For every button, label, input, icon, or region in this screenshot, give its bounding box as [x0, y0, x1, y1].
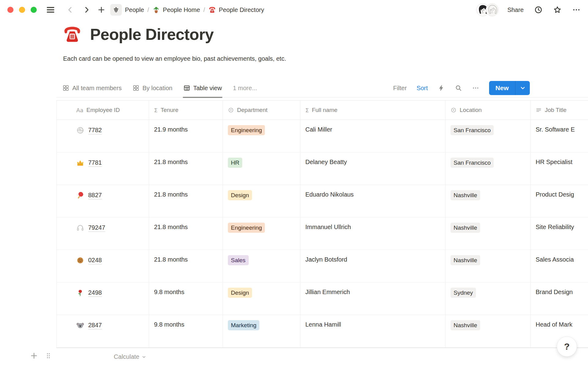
- full-name-cell[interactable]: Cali Miller: [300, 120, 446, 152]
- collaborator-avatars[interactable]: [477, 4, 498, 16]
- tenure-cell[interactable]: 21.8 months: [149, 185, 223, 217]
- location-cell[interactable]: Sydney: [446, 282, 531, 315]
- employee-id-link[interactable]: 2498: [88, 289, 102, 297]
- add-row-plus-icon[interactable]: [30, 352, 38, 360]
- department-cell[interactable]: Design: [223, 282, 300, 315]
- sidebar-menu-icon[interactable]: [46, 5, 55, 14]
- department-cell[interactable]: Engineering: [223, 120, 300, 152]
- view-tab-all-team-members[interactable]: All team members: [62, 79, 122, 98]
- more-options-icon[interactable]: [572, 6, 581, 14]
- more-views-button[interactable]: 1 more...: [233, 85, 257, 92]
- employee-id-cell[interactable]: 79247: [57, 217, 149, 250]
- favorite-star-icon[interactable]: [553, 6, 562, 14]
- employee-id-cell[interactable]: 8827: [57, 185, 149, 217]
- forward-icon[interactable]: [83, 6, 91, 14]
- calculate-button[interactable]: Calculate: [56, 353, 146, 360]
- help-button[interactable]: ?: [557, 336, 577, 357]
- rose-emoji-icon: [76, 289, 84, 297]
- employee-id-link[interactable]: 2847: [88, 321, 102, 329]
- location-cell[interactable]: San Francisco: [446, 120, 531, 152]
- job-title-cell[interactable]: Brand Design: [531, 282, 588, 315]
- column-header-full-name[interactable]: ΣFull name: [300, 101, 446, 120]
- breadcrumb-item-people-directory[interactable]: People Directory: [209, 6, 264, 13]
- full-name-cell[interactable]: Jaclyn Botsford: [300, 250, 446, 282]
- employee-id-link[interactable]: 8827: [88, 191, 102, 199]
- minimize-button[interactable]: [19, 7, 25, 13]
- location-cell[interactable]: Nashville: [446, 185, 531, 217]
- view-tab-label: All team members: [72, 85, 122, 92]
- new-dropdown-chevron-icon[interactable]: [515, 81, 530, 95]
- zoom-button[interactable]: [31, 7, 37, 13]
- table-row: 882721.8 monthsDesignEduardo NikolausNas…: [57, 185, 588, 217]
- updates-clock-icon[interactable]: [534, 6, 543, 14]
- drag-handle-icon[interactable]: [45, 352, 52, 359]
- department-cell[interactable]: Marketing: [223, 315, 300, 347]
- collaborator-avatar[interactable]: [486, 4, 498, 16]
- tenure-cell[interactable]: 21.9 months: [149, 120, 223, 152]
- full-name-cell[interactable]: Delaney Beatty: [300, 152, 446, 185]
- location-cell[interactable]: San Francisco: [446, 152, 531, 185]
- close-button[interactable]: [7, 7, 13, 13]
- tenure-cell[interactable]: 21.8 months: [149, 250, 223, 282]
- tenure-cell[interactable]: 9.8 months: [149, 282, 223, 315]
- tenure-cell[interactable]: 21.8 months: [149, 152, 223, 185]
- property-type-title-icon: Aa: [76, 107, 83, 113]
- location-cell[interactable]: Nashville: [446, 250, 531, 282]
- department-cell[interactable]: HR: [223, 152, 300, 185]
- job-title-cell[interactable]: Sr. Software E: [531, 120, 588, 152]
- red-telephone-page-icon[interactable]: [62, 25, 82, 44]
- full-name-cell[interactable]: Jillian Emmerich: [300, 282, 446, 315]
- location-cell[interactable]: Nashville: [446, 315, 531, 347]
- employee-id-cell[interactable]: 2498: [57, 282, 149, 315]
- people-table: AaEmployee IDΣTenureDepartmentΣFull name…: [56, 100, 588, 347]
- full-name-cell[interactable]: Eduardo Nikolaus: [300, 185, 446, 217]
- breadcrumb-item-people[interactable]: People: [110, 4, 144, 16]
- filter-button[interactable]: Filter: [393, 85, 407, 92]
- automations-lightning-icon[interactable]: [438, 84, 445, 92]
- table-view-icon: [183, 85, 190, 91]
- share-button[interactable]: Share: [507, 6, 524, 13]
- column-header-department[interactable]: Department: [223, 101, 300, 120]
- employee-id-link[interactable]: 7782: [88, 126, 102, 134]
- view-tab-label: Table view: [193, 85, 222, 92]
- new-page-icon[interactable]: [97, 6, 105, 14]
- view-tab-table-view[interactable]: Table view: [183, 79, 222, 98]
- sort-button[interactable]: Sort: [417, 85, 428, 92]
- new-button-label[interactable]: New: [489, 81, 515, 95]
- job-title-cell[interactable]: Sales Associa: [531, 250, 588, 282]
- column-header-tenure[interactable]: ΣTenure: [149, 101, 223, 120]
- job-title-cell[interactable]: Site Reliability: [531, 217, 588, 250]
- breadcrumb-item-people-home[interactable]: People Home: [153, 6, 200, 13]
- view-tab-by-location[interactable]: By location: [133, 79, 172, 98]
- employee-id-cell[interactable]: 0248: [57, 250, 149, 282]
- search-icon[interactable]: [455, 84, 462, 92]
- full-name-cell[interactable]: Lenna Hamill: [300, 315, 446, 347]
- back-icon[interactable]: [66, 6, 74, 14]
- department-cell[interactable]: Engineering: [223, 217, 300, 250]
- tenure-cell[interactable]: 21.8 months: [149, 217, 223, 250]
- location-badge: Sydney: [450, 288, 476, 298]
- employee-id-link[interactable]: 0248: [88, 256, 102, 264]
- column-header-location[interactable]: Location: [446, 101, 531, 120]
- column-header-label: Job Title: [545, 107, 567, 113]
- full-name-cell[interactable]: Immanuel Ullrich: [300, 217, 446, 250]
- department-cell[interactable]: Design: [223, 185, 300, 217]
- view-settings-icon[interactable]: [472, 84, 479, 92]
- column-header-employee-id[interactable]: AaEmployee ID: [57, 101, 149, 120]
- column-header-job-title[interactable]: Job Title: [531, 101, 588, 120]
- job-title-cell[interactable]: HR Specialist: [531, 152, 588, 185]
- table-row: 24989.8 monthsDesignJillian EmmerichSydn…: [57, 282, 588, 315]
- employee-id-link[interactable]: 7781: [88, 159, 102, 167]
- page-header: People Directory: [62, 25, 214, 44]
- employee-id-link[interactable]: 79247: [88, 224, 105, 232]
- department-cell[interactable]: Sales: [223, 250, 300, 282]
- location-badge: Nashville: [450, 255, 480, 265]
- chevron-down-icon: [141, 355, 146, 359]
- employee-id-cell[interactable]: 2847: [57, 315, 149, 347]
- location-cell[interactable]: Nashville: [446, 217, 531, 250]
- tenure-cell[interactable]: 9.8 months: [149, 315, 223, 347]
- job-title-cell[interactable]: Product Desig: [531, 185, 588, 217]
- employee-id-cell[interactable]: 7782: [57, 120, 149, 152]
- new-button[interactable]: New: [489, 81, 530, 95]
- employee-id-cell[interactable]: 7781: [57, 152, 149, 185]
